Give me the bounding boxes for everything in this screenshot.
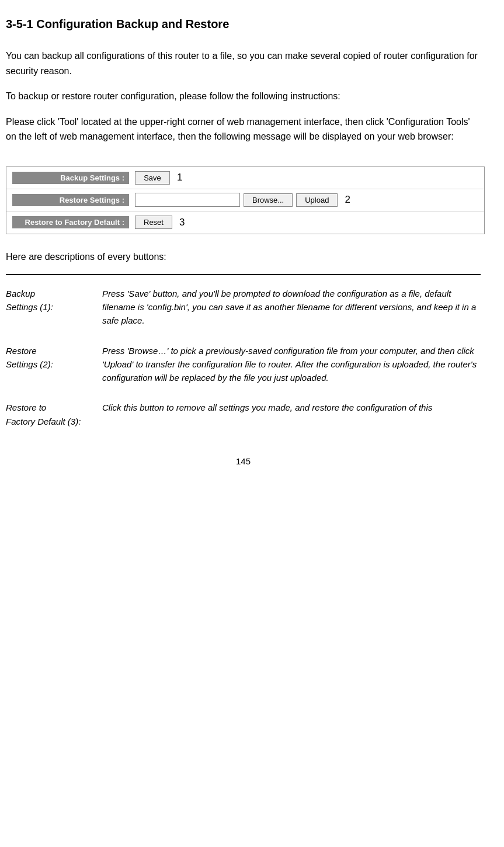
restore-controls: Browse... Upload: [135, 193, 338, 207]
backup-settings-row: Backup Settings : Save 1: [6, 167, 484, 189]
factory-default-label: Restore to Factory Default :: [12, 216, 129, 228]
desc-label-restore: RestoreSettings (2):: [6, 338, 102, 395]
desc-text-factory: Click this button to remove all settings…: [102, 395, 485, 439]
upload-button[interactable]: Upload: [296, 193, 338, 207]
desc-row-backup: BackupSettings (1): Press 'Save' button,…: [6, 281, 485, 338]
desc-row-restore: RestoreSettings (2): Press 'Browse…' to …: [6, 338, 485, 395]
restore-settings-label: Restore Settings :: [12, 194, 129, 206]
config-number-1: 1: [177, 172, 182, 183]
backup-controls: Save: [135, 171, 170, 185]
factory-default-row: Restore to Factory Default : Reset 3: [6, 211, 484, 234]
desc-label-backup: BackupSettings (1):: [6, 281, 102, 338]
descriptions-title: Here are descriptions of every buttons:: [6, 252, 481, 262]
backup-settings-label: Backup Settings :: [12, 172, 129, 184]
desc-text-restore: Press 'Browse…' to pick a previously-sav…: [102, 338, 485, 395]
config-number-2: 2: [345, 194, 350, 206]
restore-settings-row: Restore Settings : Browse... Upload 2: [6, 189, 484, 211]
factory-controls: Reset: [135, 216, 172, 229]
intro-para-3: Please click 'Tool' located at the upper…: [6, 114, 481, 144]
intro-para-2: To backup or restore router configuratio…: [6, 89, 481, 104]
reset-button[interactable]: Reset: [135, 216, 172, 229]
config-number-3: 3: [179, 217, 185, 228]
save-button[interactable]: Save: [135, 171, 170, 185]
section-divider: [6, 274, 481, 275]
restore-file-input[interactable]: [135, 193, 240, 207]
desc-row-factory: Restore toFactory Default (3): Click thi…: [6, 395, 485, 439]
browse-button[interactable]: Browse...: [244, 193, 293, 207]
desc-text-backup: Press 'Save' button, and you'll be promp…: [102, 281, 485, 338]
intro-para-1: You can backup all configurations of thi…: [6, 48, 481, 78]
page-title: 3-5-1 Configuration Backup and Restore: [6, 18, 481, 31]
descriptions-table: BackupSettings (1): Press 'Save' button,…: [6, 281, 485, 439]
page-number: 145: [6, 456, 481, 466]
config-table: Backup Settings : Save 1 Restore Setting…: [6, 166, 485, 234]
desc-label-factory: Restore toFactory Default (3):: [6, 395, 102, 439]
